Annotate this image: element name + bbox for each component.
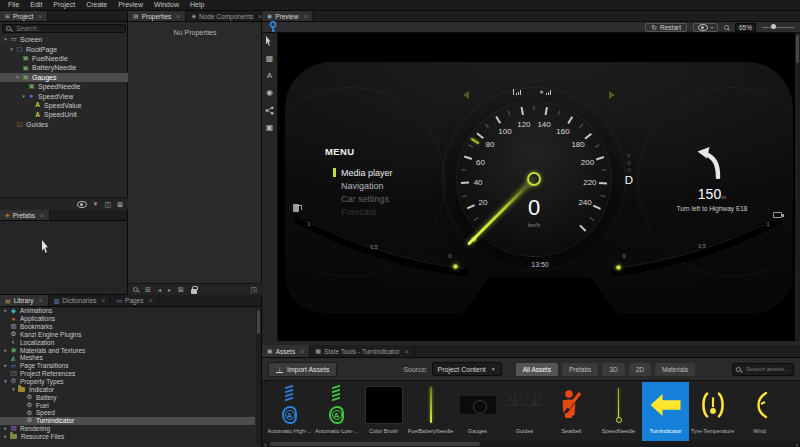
tree-item-batteryneedle[interactable]: ▣BatteryNeedle xyxy=(0,63,128,72)
menu-window[interactable]: Window xyxy=(149,0,184,10)
close-tab-icon[interactable]: × xyxy=(303,13,307,20)
project-search-input[interactable] xyxy=(14,24,122,33)
filter-all-assets[interactable]: All Assets xyxy=(516,363,558,376)
tree-item-page-transitions[interactable]: ▸▱Page Transitions xyxy=(0,362,255,370)
assets-scrollbar[interactable]: ◂ ▸ xyxy=(262,441,800,447)
expander-icon[interactable]: ▸ xyxy=(2,426,9,431)
tab-properties[interactable]: ▤Properties× xyxy=(128,11,186,21)
expander-icon[interactable]: ▾ xyxy=(2,37,9,42)
tree-item-rendering[interactable]: ▸▨Rendering xyxy=(0,425,255,433)
expander-icon[interactable]: ▾ xyxy=(2,379,9,384)
visibility-icon[interactable] xyxy=(77,201,87,208)
assets-search-input[interactable] xyxy=(744,365,790,373)
asset-card-fuelbatteryneedle[interactable]: FuelBatteryNeedle xyxy=(407,382,454,441)
tree-item-project-references[interactable]: ◳Project References xyxy=(0,370,255,378)
project-search[interactable] xyxy=(2,24,126,33)
menu-preview[interactable]: Preview xyxy=(113,0,148,10)
tree-item-gauges[interactable]: ▾▣Gauges xyxy=(0,73,128,82)
filter-2d[interactable]: 2D xyxy=(629,363,651,376)
close-tab-icon[interactable]: × xyxy=(39,297,43,304)
close-tab-icon[interactable]: × xyxy=(40,212,44,219)
expander-icon[interactable]: ▾ xyxy=(14,75,21,80)
zoom-slider[interactable] xyxy=(762,27,794,28)
expander-icon[interactable]: ▸ xyxy=(2,434,9,439)
asset-card-automatic-low[interactable]: AAutomatic-Low-... xyxy=(313,382,360,441)
close-tab-icon[interactable]: × xyxy=(300,348,304,355)
close-tab-icon[interactable]: × xyxy=(148,297,152,304)
close-tab-icon[interactable]: × xyxy=(176,13,180,20)
panel-option-icon[interactable]: ◫ xyxy=(105,201,112,208)
expander-icon[interactable]: ▾ xyxy=(10,387,17,392)
visibility-options-button[interactable]: ▾ xyxy=(693,23,718,32)
search-properties-icon[interactable] xyxy=(133,287,138,292)
asset-card-wind[interactable]: Wind xyxy=(736,382,783,441)
filter-icon[interactable]: ▼ xyxy=(93,201,99,207)
expander-icon[interactable]: ▸ xyxy=(2,348,9,353)
asset-card-color-brush[interactable]: Color Brush xyxy=(360,382,407,441)
tab-node-components[interactable]: ◈Node Components× xyxy=(186,11,268,21)
filter-3d[interactable]: 3D xyxy=(602,363,624,376)
select-tool-icon[interactable] xyxy=(266,36,273,46)
tree-item-rootpage[interactable]: ▾▢RootPage xyxy=(0,44,128,53)
menu-file[interactable]: File xyxy=(3,0,24,10)
tree-item-fuelneedle[interactable]: ▣FuelNeedle xyxy=(0,54,128,63)
tree-item-speedvalue[interactable]: ASpeedValue xyxy=(0,101,128,110)
tree-item-speedview[interactable]: ▾●SpeedView xyxy=(0,91,128,100)
detach-panel-icon[interactable]: ◳ xyxy=(250,286,257,293)
expander-icon[interactable]: ▾ xyxy=(8,47,15,52)
tab-prefabs[interactable]: ◈Prefabs× xyxy=(0,210,50,220)
expander-icon[interactable]: ▾ xyxy=(20,94,27,99)
hmi-menu-item-navigation[interactable]: Navigation xyxy=(333,179,443,192)
asset-card-tyre-temperature[interactable]: Tyre-Temperature xyxy=(689,382,736,441)
asset-card-gauges[interactable]: Gauges xyxy=(454,382,501,441)
tree-item-guides[interactable]: ◱Guides xyxy=(0,120,128,129)
filter-prefabs[interactable]: Prefabs xyxy=(562,363,598,376)
filter-materials[interactable]: Materials xyxy=(655,363,695,376)
grid-tool-icon[interactable]: ▦ xyxy=(266,55,274,63)
close-tab-icon[interactable]: × xyxy=(38,13,42,20)
tab-assets[interactable]: ▣Assets× xyxy=(262,345,310,357)
tree-item-speedneedle[interactable]: ▣SpeedNeedle xyxy=(0,82,128,91)
tree-item-turnindicator[interactable]: ⚙TurnIndicator xyxy=(0,417,255,425)
tree-item-bookmarks[interactable]: ▥Bookmarks xyxy=(0,323,255,331)
tree-item-property-types[interactable]: ▾⚙Property Types xyxy=(0,378,255,386)
expander-icon[interactable]: ▸ xyxy=(2,363,9,368)
preview-scrollbar[interactable] xyxy=(795,33,800,341)
close-tab-icon[interactable]: × xyxy=(405,348,409,355)
assets-scrollbar-thumb[interactable] xyxy=(270,442,480,446)
remove-icon[interactable]: ⊠ xyxy=(178,286,184,293)
share-nodes-icon[interactable] xyxy=(265,106,274,115)
tree-item-fuel[interactable]: ⚙Fuel xyxy=(0,401,255,409)
asset-card-automatic-high[interactable]: AAutomatic-High-... xyxy=(266,382,313,441)
tree-item-animations[interactable]: ▸◆Animations xyxy=(0,307,255,315)
tab-library[interactable]: ▤Library× xyxy=(0,295,49,306)
menu-edit[interactable]: Edit xyxy=(25,0,47,10)
preview-viewport[interactable]: 20406080100120140160180200220240 0 km/h … xyxy=(278,33,795,341)
tab-preview[interactable]: ◉Preview× xyxy=(262,11,313,21)
restart-button[interactable]: ↻ Restart xyxy=(645,23,687,32)
asset-card-seatbelt[interactable]: Seatbelt xyxy=(548,382,595,441)
hmi-menu-item-forecast[interactable]: Forecast xyxy=(333,205,443,218)
import-assets-button[interactable]: ↓ Import Assets xyxy=(268,362,337,377)
tab-pages[interactable]: ▭Pages× xyxy=(111,295,158,306)
expander-icon[interactable]: ▸ xyxy=(2,308,9,313)
tab-project[interactable]: ⊞Project× xyxy=(0,11,48,21)
menu-project[interactable]: Project xyxy=(48,0,80,10)
tree-item-materials-and-textures[interactable]: ▸◉Materials and Textures xyxy=(0,346,255,354)
sphere-tool-icon[interactable]: ◉ xyxy=(266,89,273,97)
hmi-menu-item-car-settings[interactable]: Car settings xyxy=(333,192,443,205)
asset-card-turnindicator[interactable]: TurnIndicator xyxy=(642,382,689,441)
text-tool-icon[interactable]: A xyxy=(267,72,272,80)
menu-create[interactable]: Create xyxy=(81,0,112,10)
hmi-menu-item-media-player[interactable]: Media player xyxy=(333,166,443,179)
menu-help[interactable]: Help xyxy=(185,0,209,10)
forward-icon[interactable]: ▸ xyxy=(168,287,171,293)
package-tool-icon[interactable]: ▣ xyxy=(266,124,274,132)
tree-item-meshes[interactable]: ◭Meshes xyxy=(0,354,255,362)
tree-item-localization[interactable]: ◐Localization xyxy=(0,338,255,346)
tab-state-tools-turnindicator[interactable]: ▦State Tools - TurnIndicator× xyxy=(310,345,415,357)
library-scrollbar[interactable] xyxy=(256,308,261,445)
tree-item-resource-files[interactable]: ▸Resource Files xyxy=(0,433,255,441)
asset-card-speedneedle[interactable]: SpeedNeedle xyxy=(595,382,642,441)
tree-item-speedunit[interactable]: ASpeedUnit xyxy=(0,110,128,119)
